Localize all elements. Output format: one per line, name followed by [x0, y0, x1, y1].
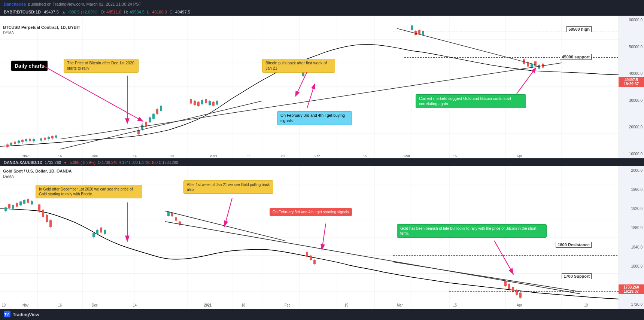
svg-rect-37: [44, 138, 46, 140]
gold-price: 1733.260: [45, 160, 61, 165]
charts-container: 60000.0 50000.0 40000.0 30000.0 20000.0 …: [0, 16, 644, 309]
svg-rect-95: [531, 64, 533, 68]
svg-text:15: 15: [344, 303, 348, 308]
svg-rect-163: [49, 220, 52, 227]
svg-rect-53: [152, 114, 155, 119]
svg-rect-67: [205, 99, 207, 103]
svg-rect-33: [33, 139, 35, 141]
svg-text:Feb: Feb: [285, 303, 290, 308]
svg-rect-51: [149, 117, 151, 122]
svg-rect-145: [12, 205, 14, 208]
btc-current-price: 49497.5 18:29:37: [619, 77, 644, 87]
svg-text:15: 15: [363, 154, 367, 158]
svg-rect-97: [534, 61, 537, 66]
svg-text:Dec: Dec: [92, 303, 98, 308]
author-name: Dancharles: [4, 2, 26, 6]
btc-indicator: DEMA: [3, 30, 80, 36]
svg-rect-19: [6, 144, 9, 147]
gold-current-price: 1733.260 16:29:37: [619, 284, 644, 294]
svg-rect-59: [190, 99, 192, 104]
svg-rect-71: [212, 102, 215, 106]
svg-text:Feb: Feb: [315, 154, 321, 158]
gold-support-label: 1700 Support: [562, 273, 592, 279]
svg-rect-173: [167, 212, 170, 216]
tv-brand: TradingView: [13, 312, 39, 317]
svg-rect-181: [306, 252, 308, 257]
svg-rect-193: [516, 290, 518, 295]
svg-rect-57: [160, 106, 162, 111]
svg-rect-29: [25, 139, 27, 141]
btc-ohlc: O:48511.0 H:49534.5 L:48188.0 C:49497.5: [101, 10, 192, 14]
svg-rect-149: [19, 201, 22, 205]
svg-rect-141: [4, 207, 7, 211]
svg-text:Nov: Nov: [22, 154, 29, 158]
svg-rect-63: [197, 102, 200, 106]
svg-rect-99: [538, 65, 540, 69]
svg-rect-177: [175, 217, 177, 220]
svg-text:Nov: Nov: [22, 303, 28, 308]
svg-rect-31: [29, 139, 31, 141]
svg-rect-21: [10, 143, 12, 145]
svg-rect-61: [194, 101, 196, 105]
publish-info: published on TradingView.com, March 02, …: [28, 2, 141, 6]
gold-ticker-bar: OANDA:XAUUSD:1D 1733.260 ▼ -5.088 (-0.29…: [0, 159, 644, 166]
svg-text:Mar: Mar: [404, 154, 410, 158]
btc-high-label: 58500 high: [566, 26, 592, 32]
btc-chart-canvas: Nov 16 Dec 14 23 2021 11 20 Feb 15 Mar 1…: [0, 16, 619, 158]
gold-resistance-label: 1800 Resistance: [556, 242, 592, 248]
btc-price: 49497.5: [44, 10, 59, 14]
svg-text:19: 19: [2, 303, 6, 308]
btc-chart-panel: 60000.0 50000.0 40000.0 30000.0 20000.0 …: [0, 16, 644, 159]
svg-line-104: [397, 28, 535, 65]
svg-text:Apr: Apr: [517, 303, 522, 308]
svg-rect-151: [23, 200, 25, 204]
svg-rect-69: [209, 101, 211, 105]
gold-chart-title: Gold Spot / U.S. Dollar, 1D, OANDA: [3, 168, 72, 174]
header: Dancharles published on TradingView.com,…: [0, 0, 644, 8]
feb-signals-annotation: On February 3rd and 4th I get buying sig…: [277, 111, 352, 125]
gold-chart-canvas: 19 Nov 16 Dec 14 2021 18 Feb 15 Mar 15 A…: [0, 166, 619, 309]
svg-rect-183: [310, 256, 312, 260]
btc-symbol: BYBIT:BTCUSD:1D: [4, 10, 41, 14]
svg-rect-161: [46, 215, 48, 222]
tv-bottom-bar: TV TradingView: [0, 309, 644, 320]
svg-rect-89: [422, 31, 424, 35]
svg-rect-83: [411, 25, 413, 30]
svg-rect-39: [48, 137, 50, 139]
btc-change: ▲ +986.5 (+2.03%): [62, 10, 98, 14]
gold-chart-header: Gold Spot / U.S. Dollar, 1D, OANDA DEMA: [3, 168, 72, 179]
btc-svg: Nov 16 Dec 14 23 2021 11 20 Feb 15 Mar 1…: [0, 16, 619, 158]
daily-charts-annotation: Daily charts: [11, 61, 48, 71]
gold-feb-short-annotation: On February 3rd and 4th I get shorting s…: [270, 208, 352, 216]
svg-rect-153: [27, 199, 29, 203]
svg-rect-27: [21, 140, 24, 142]
svg-rect-147: [16, 203, 18, 207]
btc-chart-header: BTCUSD Perpetual Contract, 1D, BYBIT DEM…: [3, 25, 80, 36]
svg-rect-25: [18, 140, 20, 143]
svg-text:16: 16: [58, 303, 62, 308]
svg-rect-157: [38, 204, 40, 211]
svg-rect-165: [92, 233, 95, 237]
svg-text:18: 18: [242, 303, 245, 308]
svg-rect-171: [104, 230, 106, 234]
svg-text:19: 19: [584, 303, 588, 308]
svg-text:15: 15: [453, 303, 457, 308]
svg-text:Mar: Mar: [397, 303, 403, 308]
svg-text:14: 14: [133, 154, 137, 158]
gold-ohlc: O:1738.348 H:1741.020 L:1730.100 C:1733.…: [98, 161, 178, 165]
gold-bearish-annotation: Gold has been bearish of late but looks …: [397, 224, 547, 238]
gold-indicator: DEMA: [3, 174, 72, 179]
svg-rect-169: [100, 228, 102, 233]
svg-rect-41: [51, 136, 54, 138]
svg-rect-55: [156, 109, 158, 114]
tv-logo-icon: TV: [4, 311, 10, 317]
svg-text:15: 15: [453, 154, 457, 158]
btc-price-scale: 60000.0 50000.0 40000.0 30000.0 20000.0 …: [619, 16, 644, 158]
svg-rect-155: [31, 201, 33, 204]
svg-text:Dec: Dec: [92, 154, 98, 158]
svg-rect-189: [508, 284, 510, 289]
svg-rect-159: [42, 210, 44, 217]
svg-rect-73: [216, 101, 218, 105]
gold-chart-panel: 2000.0 1960.0 1920.0 1880.0 1840.0 1800.…: [0, 166, 644, 309]
gold-jan-pullback-annotation: After 1st week of Jan 21 we see Gold pul…: [183, 180, 273, 194]
